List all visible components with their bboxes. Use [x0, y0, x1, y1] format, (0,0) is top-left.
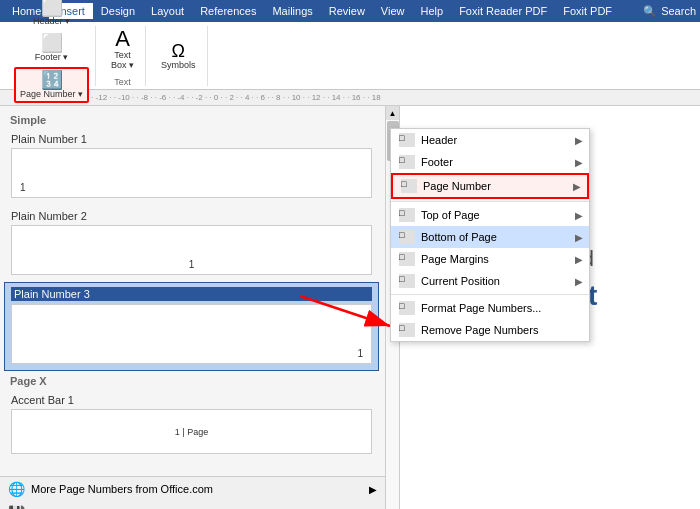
- menu-top-of-page-label: Top of Page: [421, 209, 480, 221]
- plain-number-1-label: Plain Number 1: [11, 133, 372, 145]
- tab-review[interactable]: Review: [321, 3, 373, 19]
- menu-separator-2: [391, 294, 589, 295]
- pagex-section-label: Page X: [4, 371, 379, 389]
- menu-top-icon: □: [399, 208, 415, 222]
- scroll-up-arrow[interactable]: ▲: [386, 106, 400, 120]
- menu-header[interactable]: □ Header ▶: [391, 129, 589, 151]
- menu-top-arrow: ▶: [575, 210, 583, 221]
- menu-format-label: Format Page Numbers...: [421, 302, 541, 314]
- menu-margins-arrow: ▶: [575, 254, 583, 265]
- ruler-marks: · · -14 · · -12 · · -10 · · -8 · · -6 · …: [64, 93, 381, 102]
- tab-references[interactable]: References: [192, 3, 264, 19]
- menu-bottom-of-page-label: Bottom of Page: [421, 231, 497, 243]
- menu-bottom-icon: □: [399, 230, 415, 244]
- tab-design[interactable]: Design: [93, 3, 143, 19]
- accent-bar-1-label: Accent Bar 1: [11, 394, 372, 406]
- menu-header-label: Header: [421, 134, 457, 146]
- menu-bottom-of-page[interactable]: □ Bottom of Page ▶: [391, 226, 589, 248]
- tab-mailings[interactable]: Mailings: [264, 3, 320, 19]
- menu-separator-1: [391, 201, 589, 202]
- tab-foxit-reader[interactable]: Foxit Reader PDF: [451, 3, 555, 19]
- menu-footer-icon: □: [399, 155, 415, 169]
- main-area: Simple Plain Number 1 1 Plain Number 2 1…: [0, 106, 700, 509]
- text-box-button[interactable]: A TextBox ▾: [106, 25, 139, 73]
- menu-bottom-arrow: ▶: [575, 232, 583, 243]
- page-number-dropdown: □ Header ▶ □ Footer ▶ □ Page Number ▶ □ …: [390, 128, 590, 342]
- menu-footer-label: Footer: [421, 156, 453, 168]
- ribbon-tabs: Home Insert Design Layout References Mai…: [0, 0, 700, 22]
- menu-position-icon: □: [399, 274, 415, 288]
- menu-remove-icon: □: [399, 323, 415, 337]
- plain-number-3-value: 1: [357, 348, 363, 359]
- menu-remove-page-numbers[interactable]: □ Remove Page Numbers: [391, 319, 589, 341]
- menu-page-number-arrow: ▶: [573, 181, 581, 192]
- symbols-label: Symbols: [161, 60, 196, 70]
- save-selection-icon: 💾: [8, 505, 25, 509]
- symbols-button[interactable]: Ω Symbols: [156, 39, 201, 73]
- text-group: A TextBox ▾ Text: [100, 26, 146, 86]
- search-label: Search: [661, 5, 696, 17]
- footer-button[interactable]: ⬜ Footer ▾: [30, 31, 74, 65]
- accent-bar-1-value: 1 | Page: [175, 427, 208, 437]
- simple-section-label: Simple: [4, 110, 379, 128]
- svg-line-1: [300, 296, 390, 326]
- plain-number-1-preview: 1: [11, 148, 372, 198]
- menu-header-icon: □: [399, 133, 415, 147]
- text-box-icon: A: [115, 28, 130, 50]
- tab-view[interactable]: View: [373, 3, 413, 19]
- symbols-group: Ω Symbols: [150, 26, 208, 86]
- menu-format-icon: □: [399, 301, 415, 315]
- page-number-icon: 🔢: [41, 71, 63, 89]
- accent-bar-1-preview: 1 | Page: [11, 409, 372, 454]
- plain-number-2-item[interactable]: Plain Number 2 1: [4, 205, 379, 282]
- menu-page-number-label: Page Number: [423, 180, 491, 192]
- plain-number-1-value: 1: [20, 182, 26, 193]
- header-button[interactable]: ⬜ Header ▾: [28, 0, 75, 29]
- footer-label: Footer ▾: [35, 52, 69, 62]
- text-box-label: TextBox ▾: [111, 50, 134, 70]
- menu-page-number-icon: □: [401, 179, 417, 193]
- menu-current-position-label: Current Position: [421, 275, 500, 287]
- page-number-label: Page Number ▾: [20, 89, 83, 99]
- menu-header-arrow: ▶: [575, 135, 583, 146]
- menu-page-number[interactable]: □ Page Number ▶: [391, 173, 589, 199]
- header-footer-group: ⬜ Header ▾ ⬜ Footer ▾ 🔢 Page Number ▾ He…: [8, 26, 96, 86]
- tab-layout[interactable]: Layout: [143, 3, 192, 19]
- footer-icon: ⬜: [41, 34, 63, 52]
- menu-position-arrow: ▶: [575, 276, 583, 287]
- header-icon: ⬜: [41, 0, 63, 16]
- plain-number-1-item[interactable]: Plain Number 1 1: [4, 128, 379, 205]
- menu-remove-label: Remove Page Numbers: [421, 324, 538, 336]
- menu-footer[interactable]: □ Footer ▶: [391, 151, 589, 173]
- menu-format-page-numbers[interactable]: □ Format Page Numbers...: [391, 297, 589, 319]
- panel-footer: 🌐 More Page Numbers from Office.com ▶ 💾 …: [0, 476, 385, 509]
- header-label: Header ▾: [33, 16, 70, 26]
- accent-bar-1-item[interactable]: Accent Bar 1 1 | Page: [4, 389, 379, 461]
- menu-footer-arrow: ▶: [575, 157, 583, 168]
- plain-number-2-label: Plain Number 2: [11, 210, 372, 222]
- text-group-label: Text: [114, 77, 131, 87]
- menu-current-position[interactable]: □ Current Position ▶: [391, 270, 589, 292]
- symbols-icon: Ω: [172, 42, 185, 60]
- menu-top-of-page[interactable]: □ Top of Page ▶: [391, 204, 589, 226]
- plain-number-2-preview: 1: [11, 225, 372, 275]
- ribbon-body: ⬜ Header ▾ ⬜ Footer ▾ 🔢 Page Number ▾ He…: [0, 22, 700, 90]
- more-page-numbers-label: More Page Numbers from Office.com: [31, 483, 213, 495]
- plain-number-2-value: 1: [189, 259, 195, 270]
- search-icon: 🔍: [643, 5, 657, 18]
- tab-foxit-pdf[interactable]: Foxit PDF: [555, 3, 620, 19]
- more-page-numbers-icon: 🌐: [8, 481, 25, 497]
- menu-margins-icon: □: [399, 252, 415, 266]
- horizontal-ruler: · · -14 · · -12 · · -10 · · -8 · · -6 · …: [0, 90, 700, 106]
- tab-help[interactable]: Help: [413, 3, 452, 19]
- menu-page-margins-label: Page Margins: [421, 253, 489, 265]
- menu-page-margins[interactable]: □ Page Margins ▶: [391, 248, 589, 270]
- more-page-numbers-arrow: ▶: [369, 484, 377, 495]
- search-area: 🔍 Search: [643, 5, 696, 18]
- more-page-numbers-item[interactable]: 🌐 More Page Numbers from Office.com ▶: [0, 477, 385, 501]
- page-number-button[interactable]: 🔢 Page Number ▾: [14, 67, 89, 103]
- save-selection-item[interactable]: 💾 Save Selection as Page Number (Bottom): [0, 501, 385, 509]
